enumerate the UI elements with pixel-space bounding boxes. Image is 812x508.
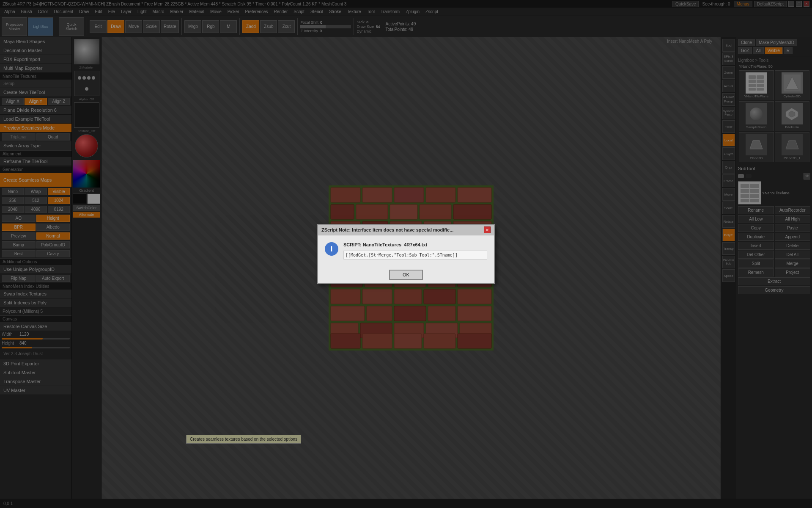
- modal-script-name: SCRIPT: NanoTileTextures_4R7x64.txt: [343, 242, 487, 247]
- modal-content: SCRIPT: NanoTileTextures_4R7x64.txt [[Mo…: [343, 242, 487, 260]
- modal-script-code: [[ModGet,[StrMerge,"Tool:Sub Tool:",STna…: [343, 251, 487, 260]
- modal-dialog: ZScript Note: Interface item does not ha…: [317, 224, 495, 284]
- modal-overlay[interactable]: ZScript Note: Interface item does not ha…: [0, 0, 812, 508]
- modal-ok-btn[interactable]: OK: [389, 270, 423, 280]
- modal-icon: i: [325, 242, 338, 256]
- modal-body: i SCRIPT: NanoTileTextures_4R7x64.txt [[…: [318, 235, 494, 266]
- modal-title-bar: ZScript Note: Interface item does not ha…: [318, 225, 494, 235]
- modal-title-text: ZScript Note: Interface item does not ha…: [321, 227, 453, 232]
- modal-close-btn[interactable]: ✕: [484, 226, 491, 233]
- modal-footer: OK: [318, 266, 494, 283]
